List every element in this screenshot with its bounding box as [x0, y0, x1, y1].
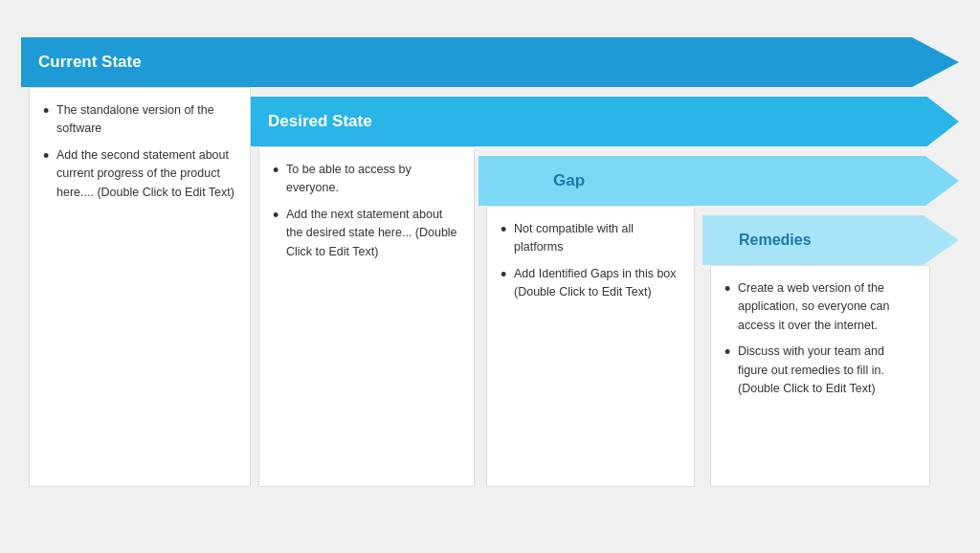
- remedies-arrow: Remedies: [702, 215, 959, 265]
- current-state-bullet-2: • Add the second statement about current…: [43, 146, 236, 202]
- gap-text-1: Not compatible with all platforms: [514, 220, 680, 257]
- desired-state-text-1: To be able to access by everyone.: [286, 161, 460, 198]
- bullet-dot-6: •: [501, 265, 514, 286]
- desired-state-box[interactable]: • To be able to access by everyone. • Ad…: [258, 146, 475, 487]
- current-state-arrow: Current State: [21, 37, 959, 87]
- bullet-dot-7: •: [724, 279, 738, 300]
- bullet-dot-2: •: [43, 146, 56, 167]
- current-state-text-1: The standalone version of the software: [56, 101, 236, 139]
- current-state-title: Current State: [38, 53, 142, 72]
- diagram-wrapper: Current State Desired State Gap Remedies…: [21, 28, 959, 525]
- current-state-box[interactable]: • The standalone version of the software…: [29, 87, 251, 487]
- current-state-text-2: Add the second statement about current p…: [56, 146, 236, 202]
- gap-title: Gap: [553, 171, 585, 190]
- bullet-dot-1: •: [43, 101, 56, 122]
- gap-arrow: Gap: [479, 156, 959, 206]
- remedies-text-2: Discuss with your team and figure out re…: [738, 343, 916, 398]
- bullet-dot-8: •: [724, 343, 738, 364]
- desired-state-text-2: Add the next statement about the desired…: [286, 206, 460, 261]
- remedies-title: Remedies: [739, 232, 812, 249]
- desired-state-title: Desired State: [268, 112, 372, 131]
- desired-state-bullet-2: • Add the next statement about the desir…: [273, 206, 460, 261]
- remedies-text-1: Create a web version of the application,…: [738, 279, 916, 335]
- remedies-bullet-2: • Discuss with your team and figure out …: [724, 343, 916, 398]
- arrows-container: Current State Desired State Gap Remedies…: [21, 28, 959, 525]
- gap-box[interactable]: • Not compatible with all platforms • Ad…: [486, 206, 695, 487]
- bullet-dot-3: •: [273, 161, 286, 182]
- gap-bullet-2: • Add Identified Gaps in this box (Doubl…: [501, 265, 680, 302]
- remedies-box[interactable]: • Create a web version of the applicatio…: [710, 265, 930, 487]
- bullet-dot-5: •: [501, 220, 514, 241]
- bullet-dot-4: •: [273, 206, 286, 227]
- gap-text-2: Add Identified Gaps in this box (Double …: [514, 265, 680, 302]
- desired-state-arrow: Desired State: [251, 97, 959, 146]
- current-state-bullet-1: • The standalone version of the software: [43, 101, 236, 139]
- gap-bullet-1: • Not compatible with all platforms: [501, 220, 680, 257]
- remedies-bullet-1: • Create a web version of the applicatio…: [724, 279, 916, 335]
- desired-state-bullet-1: • To be able to access by everyone.: [273, 161, 460, 198]
